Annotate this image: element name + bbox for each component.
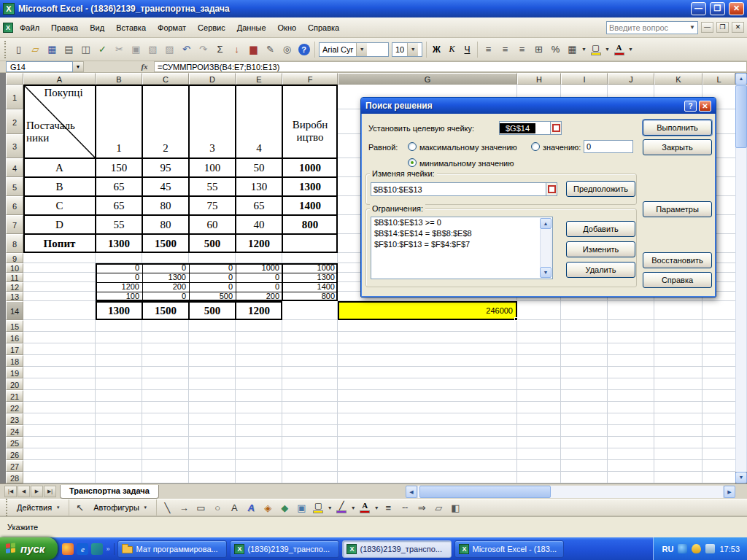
previous-sheet-button[interactable]: ◀ — [18, 486, 30, 497]
close-dialog-button[interactable]: Закрыть — [643, 139, 712, 155]
text-box-icon[interactable]: A — [226, 499, 243, 516]
line-style-icon[interactable]: ≡ — [380, 499, 397, 516]
scroll-down-button[interactable]: ▼ — [735, 472, 747, 483]
cell-cost[interactable]: 75 — [189, 196, 236, 215]
row-header-12[interactable]: 12 — [6, 282, 23, 292]
clip-art-icon[interactable]: ◆ — [276, 499, 293, 516]
cell-total[interactable]: 1500 — [142, 301, 189, 320]
cell-buyer-number[interactable]: 2 — [142, 139, 189, 157]
cell-cost[interactable]: 45 — [142, 177, 189, 196]
draw-actions-button[interactable]: Действия▼ — [12, 500, 66, 515]
formula-input[interactable]: =СУММПРОИЗВ(B4:E7;B10:E13) — [154, 61, 747, 72]
cell-cost[interactable]: 95 — [142, 158, 189, 177]
redo-icon[interactable]: ↷ — [195, 41, 212, 58]
scroll-thumb[interactable] — [735, 85, 747, 148]
paste-icon[interactable]: ▧ — [144, 41, 161, 58]
radio-value-label[interactable]: значению: — [543, 143, 581, 152]
start-button[interactable]: пуск — [0, 537, 58, 560]
name-box[interactable]: G14 — [6, 61, 73, 72]
underline-button[interactable]: Ч — [460, 41, 475, 58]
menu-insert[interactable]: Вставка — [111, 20, 151, 35]
vertical-scrollbar[interactable]: ▲ ▼ — [735, 73, 747, 483]
horizontal-scrollbar[interactable]: ◀ ▶ — [406, 486, 735, 498]
range-select-icon[interactable] — [546, 183, 557, 195]
change-constraint-button[interactable]: Изменить — [566, 241, 635, 257]
taskbar-button-excel-main[interactable]: Microsoft Excel - (183... — [454, 540, 564, 558]
sort-ascending-icon[interactable]: ↓ — [228, 41, 245, 58]
autoshapes-button[interactable]: Автофигуры▼ — [88, 500, 154, 515]
cell-buyer-number[interactable]: 1 — [96, 139, 142, 157]
cell-demand-label[interactable]: Попит — [23, 234, 96, 253]
cell-cost[interactable]: 60 — [189, 215, 236, 234]
cell-supply[interactable]: 800 — [282, 215, 338, 234]
diagram-icon[interactable]: ◈ — [260, 499, 276, 516]
constraint-item[interactable]: $B$10:$E$13 >= 0 — [371, 217, 552, 228]
radio-value[interactable] — [531, 142, 540, 151]
scroll-down-button[interactable]: ▼ — [540, 267, 551, 278]
cell-solution[interactable]: 0 — [142, 292, 189, 301]
cell-solution[interactable]: 1200 — [96, 282, 142, 292]
undo-icon[interactable]: ↶ — [178, 41, 195, 58]
objective-cell[interactable]: 246000 — [338, 301, 517, 320]
quick-launch-expand-icon[interactable]: » — [106, 545, 109, 553]
cell-supply[interactable]: 1400 — [282, 196, 338, 215]
print-preview-icon[interactable]: ◫ — [77, 41, 94, 58]
arrow-icon[interactable]: → — [176, 499, 193, 516]
first-sheet-button[interactable]: |◀ — [4, 486, 17, 497]
cell-buyer-number[interactable]: 4 — [236, 139, 282, 157]
cell-demand[interactable]: 500 — [189, 234, 236, 253]
cell-cost[interactable]: 55 — [96, 215, 142, 234]
row-header-3[interactable]: 3 — [6, 134, 23, 158]
cell-solution[interactable]: 0 — [96, 273, 142, 282]
row-header-1[interactable]: 1 — [6, 85, 23, 109]
constraints-listbox[interactable]: $B$10:$E$13 >= 0 $B$14:$E$14 = $B$8:$E$8… — [371, 217, 553, 279]
listbox-scrollbar[interactable]: ▲ ▼ — [540, 218, 551, 278]
row-header-18[interactable]: 18 — [6, 355, 23, 367]
wordart-icon[interactable]: A — [243, 499, 260, 516]
row-header-15[interactable]: 15 — [6, 320, 23, 332]
row-header-5[interactable]: 5 — [6, 177, 23, 196]
dash-style-icon[interactable]: ╌ — [397, 499, 414, 516]
row-header-8[interactable]: 8 — [6, 234, 23, 253]
cell-buyers-label[interactable]: Покупці — [34, 87, 93, 98]
chart-wizard-icon[interactable]: ▆ — [245, 41, 262, 58]
font-color-icon[interactable]: A — [357, 499, 374, 516]
column-header-D[interactable]: D — [189, 73, 236, 85]
row-header-20[interactable]: 20 — [6, 378, 23, 390]
cell-cost[interactable]: 150 — [96, 158, 142, 177]
autosum-icon[interactable]: Σ — [212, 41, 228, 58]
row-header-6[interactable]: 6 — [6, 196, 23, 215]
cell-solution[interactable]: 0 — [189, 263, 236, 273]
scroll-up-button[interactable]: ▲ — [540, 218, 551, 229]
font-size-select[interactable]: 10 ▼ — [392, 42, 422, 57]
cell-solution[interactable]: 0 — [96, 263, 142, 273]
row-header-21[interactable]: 21 — [6, 390, 23, 402]
restore-button[interactable]: Восстановить — [643, 252, 712, 268]
cell-solution[interactable]: 1300 — [282, 273, 338, 282]
maximize-button[interactable]: ❐ — [710, 2, 725, 15]
cell-cost[interactable]: 65 — [96, 177, 142, 196]
type-question-box[interactable]: Введите вопрос ▼ — [606, 21, 698, 34]
column-header-G[interactable]: G — [338, 73, 517, 85]
workbook-close-button[interactable]: ✕ — [732, 22, 744, 33]
help-button[interactable]: Справка — [643, 272, 712, 288]
picture-icon[interactable]: ▣ — [293, 499, 310, 516]
column-header-J[interactable]: J — [608, 73, 654, 85]
taskbar-button-folder[interactable]: Мат программирова... — [117, 540, 227, 558]
tray-icon-shield[interactable] — [692, 544, 701, 553]
chevron-down-icon[interactable]: ▼ — [350, 505, 357, 510]
cell-total[interactable]: 1300 — [96, 301, 142, 320]
shadow-icon[interactable]: ▱ — [430, 499, 447, 516]
row-header-2[interactable]: 2 — [6, 109, 23, 134]
scroll-up-button[interactable]: ▲ — [735, 73, 747, 85]
column-header-H[interactable]: H — [517, 73, 561, 85]
scroll-left-button[interactable]: ◀ — [406, 486, 417, 498]
scroll-track[interactable] — [540, 229, 551, 267]
3d-icon[interactable]: ◧ — [447, 499, 464, 516]
radio-max[interactable] — [408, 142, 417, 151]
cell-solution[interactable]: 200 — [236, 292, 282, 301]
chevron-down-icon[interactable]: ▼ — [581, 47, 587, 52]
constraint-item[interactable]: $F$10:$F$13 = $F$4:$F$7 — [371, 239, 552, 250]
close-button[interactable]: ✕ — [729, 2, 744, 15]
cell-supply[interactable]: 1300 — [282, 177, 338, 196]
